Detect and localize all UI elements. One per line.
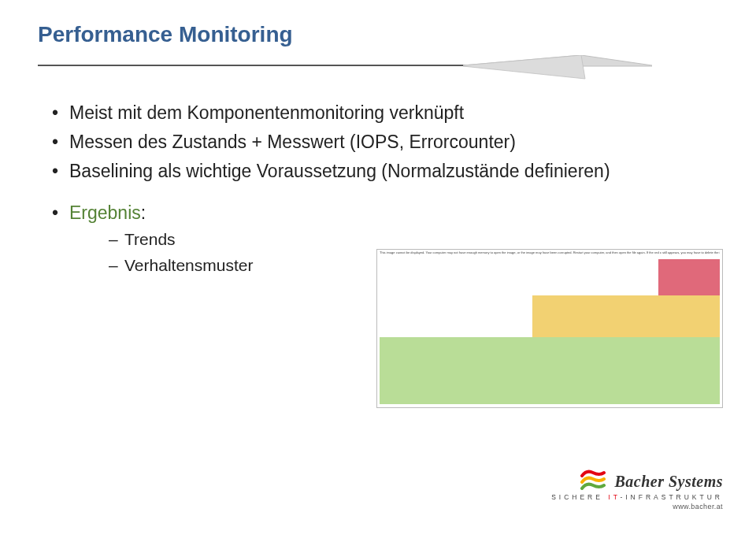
title-underline	[38, 65, 479, 66]
chart-band-red	[658, 259, 720, 295]
tagline-prefix: SICHERE	[551, 493, 608, 501]
title-wedge	[463, 55, 652, 84]
bullet-text: Meist mit dem Komponentenmonitoring verk…	[69, 102, 464, 123]
chart-band-green	[380, 337, 720, 404]
result-subtext: Trends	[124, 230, 176, 248]
chart-band-yellow	[532, 295, 720, 337]
bullet-item: Baselining als wichtige Voraussetzung (N…	[52, 159, 718, 184]
bullet-text: Baselining als wichtige Voraussetzung (N…	[69, 161, 610, 181]
chart-error-caption: This image cannot be displayed. Your com…	[380, 251, 720, 254]
slide-title: Performance Monitoring	[38, 22, 718, 47]
tagline-accent: IT	[608, 493, 620, 501]
result-subitem: Trends	[109, 228, 718, 251]
footer-logo: Bacher Systems SICHERE IT-INFRASTRUKTUR …	[551, 470, 723, 510]
logo-icon	[580, 470, 608, 493]
brand-tagline: SICHERE IT-INFRASTRUKTUR	[551, 493, 723, 501]
result-subtext: Verhaltensmuster	[124, 256, 253, 274]
chart-area	[380, 259, 720, 404]
brand-name: Bacher Systems	[614, 473, 723, 491]
tagline-suffix: -INFRASTRUKTUR	[620, 493, 723, 501]
bullet-list: Meist mit dem Komponentenmonitoring verk…	[38, 101, 718, 184]
result-label: Ergebnis	[69, 202, 141, 223]
bullet-item: Messen des Zustands + Messwert (IOPS, Er…	[52, 130, 718, 154]
svg-marker-1	[463, 55, 585, 79]
brand-url: www.bacher.at	[551, 503, 723, 510]
bullet-text: Messen des Zustands + Messwert (IOPS, Er…	[69, 132, 516, 152]
bullet-item: Meist mit dem Komponentenmonitoring verk…	[52, 101, 718, 125]
result-colon: :	[141, 202, 146, 223]
chart-placeholder: This image cannot be displayed. Your com…	[376, 249, 723, 408]
